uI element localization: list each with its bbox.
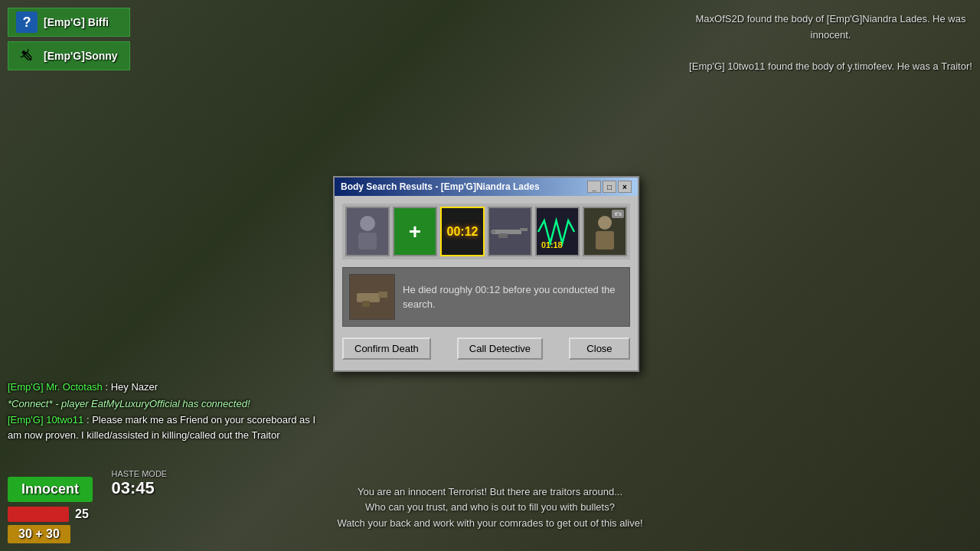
- bottom-text-line3: Watch your back and work with your comra…: [337, 516, 642, 532]
- chat-player-name-2: [Emp'G] 10two11: [8, 414, 83, 425]
- suspect-icon-bg: it's: [584, 208, 626, 255]
- player-item-biffi[interactable]: ? [Emp'G] Biffi: [8, 8, 130, 37]
- chat-line-1: [Emp'G] Mr. Octotash : Hey Nazer: [8, 380, 329, 395]
- notification-line-2: [Emp'G] 10two11 found the body of y.timo…: [689, 59, 972, 75]
- suspect-badge: it's: [612, 210, 624, 218]
- health-cross-icon: +: [409, 220, 421, 244]
- player-silhouette-icon: [352, 213, 383, 251]
- ammo-display: 30 + 30: [8, 525, 70, 543]
- player-icon-sonny: 🗡: [16, 45, 38, 67]
- bottom-center-text: You are an innocent Terrorist! But there…: [337, 484, 642, 532]
- player-name-biffi: [Emp'G] Biffi: [44, 16, 109, 28]
- dialog-buttons: Confirm Death Call Detective Close: [342, 334, 630, 363]
- health-icon-bg: +: [394, 208, 436, 255]
- haste-mode: HASTE MODE 03:45: [111, 469, 167, 498]
- health-value: 25: [75, 507, 89, 521]
- svg-text:01:18: 01:18: [541, 240, 563, 249]
- svg-point-7: [598, 216, 612, 230]
- info-weapon-icon: [353, 278, 391, 316]
- svg-rect-8: [596, 231, 614, 249]
- haste-label: HASTE MODE: [111, 469, 167, 478]
- svg-rect-10: [378, 292, 387, 298]
- player-name-sonny: [Emp'G]Sonny: [44, 50, 118, 62]
- notifications-panel: MaxOfS2D found the body of [Emp'G]Niandr…: [689, 11, 972, 75]
- dialog-body: + 00:12: [335, 196, 638, 370]
- svg-point-0: [360, 216, 375, 231]
- dialog-close-button[interactable]: Close: [569, 337, 630, 360]
- icon-strip: + 00:12: [342, 204, 630, 259]
- role-badge: Innocent: [8, 477, 93, 502]
- dna-icon-bg: 01:18: [537, 208, 578, 255]
- icon-suspect[interactable]: it's: [583, 207, 627, 256]
- chat-area: [Emp'G] Mr. Octotash : Hey Nazer *Connec…: [8, 380, 329, 444]
- body-search-dialog: Body Search Results - [Emp'G]Niandra Lad…: [333, 176, 639, 372]
- question-icon: ?: [16, 11, 38, 33]
- rifle-icon: [491, 223, 529, 241]
- svg-rect-3: [520, 228, 528, 231]
- health-bar: [8, 507, 69, 522]
- dna-wave-icon: 01:18: [537, 213, 578, 251]
- player-avatar-bg: [347, 208, 388, 255]
- info-icon: [349, 274, 395, 320]
- svg-rect-5: [491, 230, 495, 233]
- player-icon-biffi: ?: [16, 11, 38, 33]
- svg-rect-4: [498, 233, 508, 238]
- time-text: 00:12: [447, 225, 479, 239]
- icon-player-avatar[interactable]: [345, 207, 390, 256]
- ammo-value: 30 + 30: [18, 527, 60, 540]
- icon-weapon[interactable]: [488, 207, 532, 256]
- info-text: He died roughly 00:12 before you conduct…: [403, 282, 623, 312]
- dialog-titlebar: Body Search Results - [Emp'G]Niandra Lad…: [335, 178, 638, 196]
- chat-text-1: : Hey Nazer: [105, 381, 158, 393]
- minimize-button[interactable]: _: [587, 181, 601, 193]
- chat-line-2: [Emp'G] 10two11 : Please mark me as Frie…: [8, 412, 329, 442]
- chat-line-connect: *Connect* - player EatMyLuxuryOfficial h…: [8, 396, 329, 412]
- maximize-button[interactable]: □: [603, 181, 616, 193]
- confirm-death-button[interactable]: Confirm Death: [342, 337, 431, 360]
- haste-timer: 03:45: [111, 478, 154, 497]
- info-panel: He died roughly 00:12 before you conduct…: [342, 267, 630, 327]
- svg-rect-11: [362, 301, 370, 307]
- icon-dna[interactable]: 01:18: [535, 207, 580, 256]
- dialog-title: Body Search Results - [Emp'G]Niandra Lad…: [341, 181, 586, 192]
- player-list: ? [Emp'G] Biffi 🗡 [Emp'G]Sonny: [8, 8, 130, 70]
- player-item-sonny[interactable]: 🗡 [Emp'G]Sonny: [8, 41, 130, 70]
- suspect-silhouette-icon: [590, 213, 620, 251]
- chat-player-name-1: [Emp'G] Mr. Octotash: [8, 381, 103, 393]
- bottom-text-line1: You are an innocent Terrorist! But there…: [337, 484, 642, 500]
- bottom-text-line2: Who can you trust, and who is out to fil…: [337, 500, 642, 516]
- icon-health[interactable]: +: [393, 207, 437, 256]
- notification-line-1: MaxOfS2D found the body of [Emp'G]Niandr…: [689, 11, 972, 44]
- weapon-icon-bg: [489, 208, 531, 255]
- time-icon-bg: 00:12: [442, 208, 483, 255]
- call-detective-button[interactable]: Call Detective: [457, 337, 543, 360]
- icon-time-of-death[interactable]: 00:12: [440, 207, 485, 256]
- svg-rect-1: [358, 233, 377, 249]
- chat-connect-text: *Connect* - player EatMyLuxuryOfficial h…: [8, 398, 250, 409]
- knife-icon: 🗡: [14, 43, 40, 69]
- close-button[interactable]: ×: [618, 181, 632, 193]
